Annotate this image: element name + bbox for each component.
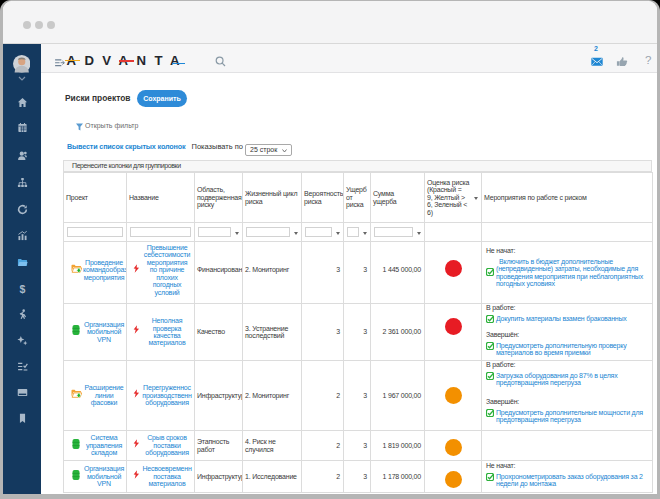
svg-text:$: $ — [20, 283, 26, 294]
